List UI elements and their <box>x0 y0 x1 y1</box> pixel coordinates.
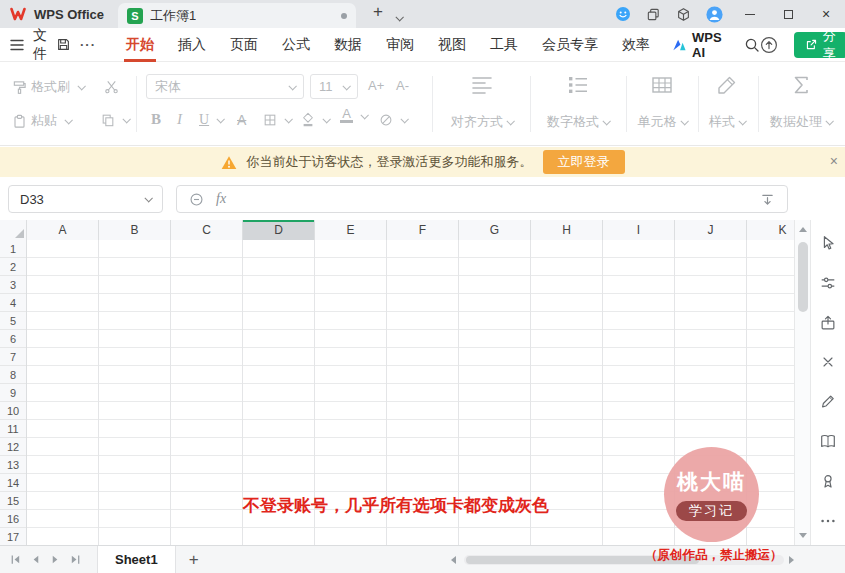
row-header[interactable]: 1 <box>0 240 26 258</box>
borders-button[interactable] <box>263 113 291 127</box>
paste-button[interactable]: 粘贴 <box>12 112 71 130</box>
styles-group-button[interactable]: 样式 <box>700 71 754 137</box>
clear-format-button[interactable] <box>379 113 407 127</box>
seal-stamp-icon[interactable] <box>819 472 837 490</box>
column-header-e[interactable]: E <box>315 220 387 240</box>
row-header[interactable]: 8 <box>0 366 26 384</box>
row-header[interactable]: 7 <box>0 348 26 366</box>
scroll-down-icon[interactable] <box>799 533 807 538</box>
column-header-i[interactable]: I <box>603 220 675 240</box>
strikethrough-button[interactable]: A <box>237 112 246 128</box>
select-all-corner[interactable] <box>0 220 27 240</box>
vertical-scroll-thumb[interactable] <box>798 242 808 312</box>
new-document-button[interactable]: + <box>368 2 388 22</box>
user-avatar[interactable] <box>706 6 723 23</box>
column-header-a[interactable]: A <box>27 220 99 240</box>
column-header-f[interactable]: F <box>387 220 459 240</box>
vertical-scrollbar[interactable] <box>794 220 811 545</box>
cut-button[interactable] <box>104 79 119 94</box>
maximize-button[interactable] <box>769 0 807 28</box>
column-header-g[interactable]: G <box>459 220 531 240</box>
hamburger-menu-icon[interactable] <box>10 39 24 51</box>
shrink-font-button[interactable]: A- <box>396 78 409 93</box>
sheet-tab-sheet1[interactable]: Sheet1 <box>97 546 176 573</box>
file-menu[interactable]: 文件 <box>33 27 47 63</box>
font-color-button[interactable]: A <box>340 108 367 123</box>
export-panel-icon[interactable] <box>819 314 837 332</box>
grow-font-button[interactable]: A+ <box>368 78 384 93</box>
settings-sliders-icon[interactable] <box>819 274 837 292</box>
copy-button[interactable] <box>101 113 129 127</box>
scroll-up-icon[interactable] <box>799 227 807 232</box>
hscroll-left-icon[interactable] <box>451 556 456 564</box>
formula-bar[interactable]: fx <box>176 185 788 213</box>
insert-function-button[interactable]: fx <box>216 191 226 207</box>
first-sheet-icon[interactable] <box>10 554 21 565</box>
tab-home[interactable]: 开始 <box>114 28 166 62</box>
row-header[interactable]: 3 <box>0 276 26 294</box>
row-header[interactable]: 15 <box>0 492 26 510</box>
underline-button[interactable]: U <box>199 112 223 128</box>
windows-stack-icon[interactable] <box>646 7 661 22</box>
app-logo[interactable]: WPS Office <box>10 0 104 28</box>
assistant-smiley-icon[interactable] <box>615 6 631 22</box>
fill-color-button[interactable] <box>301 112 329 127</box>
row-header[interactable]: 5 <box>0 312 26 330</box>
column-header-c[interactable]: C <box>171 220 243 240</box>
row-header[interactable]: 13 <box>0 456 26 474</box>
minimize-button[interactable] <box>731 0 769 28</box>
apps-cube-icon[interactable] <box>676 7 691 22</box>
circle-minus-icon[interactable] <box>189 192 204 207</box>
tab-data[interactable]: 数据 <box>322 28 374 62</box>
column-header-j[interactable]: J <box>675 220 747 240</box>
row-header[interactable]: 12 <box>0 438 26 456</box>
book-icon[interactable] <box>819 432 837 450</box>
tab-review[interactable]: 审阅 <box>374 28 426 62</box>
row-header[interactable]: 11 <box>0 420 26 438</box>
data-processing-group-button[interactable]: 数据处理 <box>760 71 842 137</box>
row-header[interactable]: 6 <box>0 330 26 348</box>
hscroll-right-icon[interactable] <box>789 556 794 564</box>
font-size-select[interactable]: 11 <box>310 74 358 99</box>
cells-group-button[interactable]: 单元格 <box>630 71 694 137</box>
row-header[interactable]: 17 <box>0 528 26 545</box>
bold-button[interactable]: B <box>151 111 161 128</box>
column-header-k[interactable]: K <box>747 220 794 240</box>
tab-efficiency[interactable]: 效率 <box>610 28 662 62</box>
row-header[interactable]: 9 <box>0 384 26 402</box>
tab-view[interactable]: 视图 <box>426 28 478 62</box>
column-header-h[interactable]: H <box>531 220 603 240</box>
format-painter-button[interactable]: 格式刷 <box>12 78 84 96</box>
share-button[interactable]: 分享 <box>794 32 845 58</box>
font-name-select[interactable]: 宋体 <box>146 74 304 99</box>
row-header[interactable]: 16 <box>0 510 26 528</box>
login-now-button[interactable]: 立即登录 <box>543 150 625 174</box>
pen-edit-icon[interactable] <box>819 392 837 410</box>
italic-button[interactable]: I <box>177 111 182 128</box>
column-header-d-selected[interactable]: D <box>243 220 315 240</box>
wps-ai-button[interactable]: WPS AI <box>672 30 722 60</box>
tab-membership[interactable]: 会员专享 <box>530 28 610 62</box>
row-header[interactable]: 14 <box>0 474 26 492</box>
select-cursor-icon[interactable] <box>819 234 837 252</box>
add-sheet-button[interactable]: + <box>189 547 199 573</box>
row-header[interactable]: 10 <box>0 402 26 420</box>
cloud-upload-icon[interactable] <box>760 36 778 54</box>
close-panel-x-icon[interactable] <box>820 354 836 370</box>
row-header[interactable]: 2 <box>0 258 26 276</box>
search-icon[interactable] <box>744 37 760 53</box>
prev-sheet-icon[interactable] <box>30 554 41 565</box>
more-commands-button[interactable]: ··· <box>80 37 96 52</box>
row-header[interactable]: 4 <box>0 294 26 312</box>
alignment-group-button[interactable]: 对齐方式 <box>436 71 528 137</box>
more-dots-icon[interactable] <box>819 512 837 530</box>
tab-list-dropdown[interactable] <box>392 9 402 24</box>
notice-close-icon[interactable]: × <box>830 153 838 169</box>
tab-tools[interactable]: 工具 <box>478 28 530 62</box>
number-format-group-button[interactable]: 数字格式 <box>534 71 622 137</box>
next-sheet-icon[interactable] <box>50 554 61 565</box>
tab-formulas[interactable]: 公式 <box>270 28 322 62</box>
tab-insert[interactable]: 插入 <box>166 28 218 62</box>
document-tab[interactable]: S 工作簿1 <box>118 3 356 28</box>
save-icon[interactable] <box>56 37 71 52</box>
